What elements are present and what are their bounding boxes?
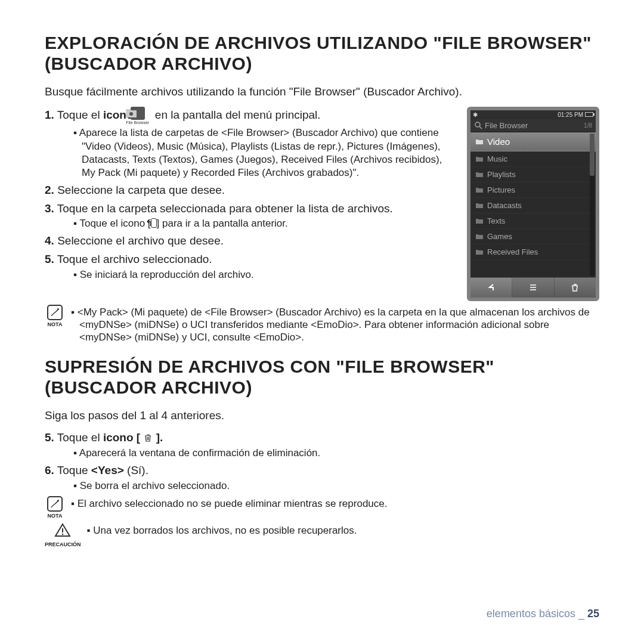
step-4: 4. Seleccione el archivo que desee. bbox=[45, 234, 455, 249]
back-icon: ↰ bbox=[151, 218, 157, 228]
page-footer: elementos básicos _ 25 bbox=[487, 608, 599, 620]
device-title-bar: File Browser 1/8 bbox=[470, 119, 596, 132]
step-3-sub: Toque el icono [↰] para ir a la pantalla… bbox=[73, 217, 455, 230]
heading-exploracion: EXPLORACIÓN DE ARCHIVOS UTILIZANDO "FILE… bbox=[45, 33, 599, 74]
svg-point-0 bbox=[129, 112, 133, 116]
delete-step-5: 5. Toque el icono [ ]. Aparecerá la vent… bbox=[45, 431, 599, 460]
svg-point-1 bbox=[475, 122, 480, 127]
step-2: 2. 2. Seleccione la carpeta que desee.Se… bbox=[45, 183, 455, 198]
device-time: 01:25 PM bbox=[558, 112, 583, 118]
heading-supresion: SUPRESIÓN DE ARCHIVOS CON "FILE BROWSER"… bbox=[45, 357, 599, 398]
file-browser-icon bbox=[131, 107, 145, 120]
intro-text: Busque fácilmente archivos utilizando la… bbox=[45, 85, 599, 100]
note-label-2: NOTA bbox=[45, 513, 65, 519]
device-item-playlists: Playlists bbox=[470, 167, 596, 182]
step-5: 5. Toque el archivo seleccionado. Se ini… bbox=[45, 252, 455, 281]
note-label: NOTA bbox=[45, 321, 65, 328]
device-item-received: Received Files bbox=[470, 244, 596, 260]
svg-line-2 bbox=[479, 126, 482, 129]
search-icon bbox=[474, 121, 482, 129]
note-icon-2 bbox=[47, 496, 63, 512]
device-folder-list: Video Music Playlists Pictures Datacasts… bbox=[470, 132, 596, 277]
trash-icon bbox=[143, 433, 153, 442]
note-2-text: El archivo seleccionado no se puede elim… bbox=[71, 497, 599, 510]
caution-icon bbox=[54, 523, 71, 537]
note-icon bbox=[47, 305, 63, 320]
delete-step-5-sub: Aparecerá la ventana de confirmación de … bbox=[73, 447, 599, 460]
device-list-button bbox=[512, 278, 554, 298]
device-item-texts: Texts bbox=[470, 213, 596, 229]
device-screenshot: ✱ 01:25 PM File Browser 1/8 Video Music … bbox=[467, 107, 599, 301]
svg-point-7 bbox=[62, 534, 64, 535]
device-status-bar: ✱ 01:25 PM bbox=[470, 110, 596, 119]
step-1: 1. Toque el icono File Browser en la pan… bbox=[45, 107, 455, 179]
device-item-datacasts: Datacasts bbox=[470, 198, 596, 213]
device-bottom-bar bbox=[470, 277, 596, 298]
step-5-sub: Se iniciará la reproducción del archivo. bbox=[73, 268, 455, 281]
step-3: 3. Toque en la carpeta seleccionada para… bbox=[45, 202, 455, 231]
device-scrollbar bbox=[590, 134, 595, 276]
note-1-text: <My Pack> (Mi paquete) de <File Browser>… bbox=[71, 306, 599, 344]
bluetooth-icon: ✱ bbox=[473, 112, 478, 118]
step-1-sub: Aparece la lista de carpetas de <File Br… bbox=[73, 126, 455, 179]
device-item-video: Video bbox=[470, 132, 596, 151]
delete-step-6-sub: Se borra el archivo seleccionado. bbox=[73, 479, 599, 493]
intro-2: Siga los pasos del 1 al 4 anteriores. bbox=[45, 408, 599, 423]
device-item-games: Games bbox=[470, 229, 596, 244]
device-item-music: Music bbox=[470, 151, 596, 167]
caution-text: Una vez borrados los archivos, no es pos… bbox=[87, 524, 599, 537]
delete-step-6: 6. Toque <Yes> (Sí). Se borra el archivo… bbox=[45, 463, 599, 493]
device-back-button bbox=[470, 278, 512, 298]
battery-icon bbox=[585, 112, 593, 117]
device-trash-button bbox=[555, 278, 596, 298]
device-item-pictures: Pictures bbox=[470, 182, 596, 198]
caution-label: PRECAUCIÓN bbox=[45, 541, 81, 548]
